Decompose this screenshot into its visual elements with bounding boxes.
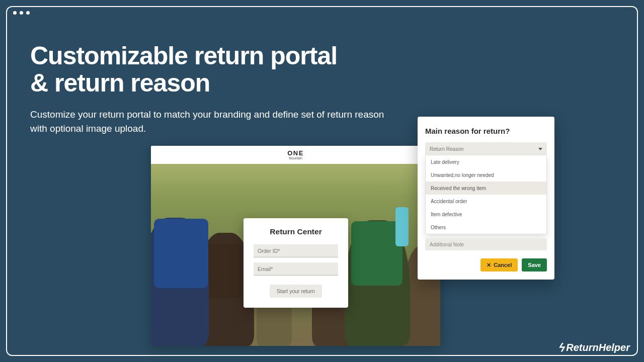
hero-title-line1: Customizable return portal [30, 42, 337, 70]
save-button[interactable]: Save [522, 258, 547, 272]
chevron-down-icon [538, 148, 542, 150]
modal-actions: ✕ Cancel Save [425, 258, 547, 272]
note-placeholder: Additional Note [430, 242, 464, 247]
reason-option[interactable]: Accidental order [426, 195, 546, 208]
reason-option[interactable]: Item defective [426, 208, 546, 221]
hero-subtitle: Customize your return portal to match yo… [30, 108, 392, 135]
portal-brand: ONE [287, 150, 304, 156]
start-return-button[interactable]: Start your return [270, 285, 322, 298]
cancel-button[interactable]: ✕ Cancel [480, 258, 518, 272]
reason-option[interactable]: Late delivery [426, 155, 546, 168]
window-dot-icon [26, 11, 30, 15]
close-icon: ✕ [487, 262, 491, 268]
portal-tagline: Mountain [289, 157, 302, 160]
window-dot-icon [13, 11, 17, 15]
portal-header: ONE Mountain [151, 146, 440, 164]
browser-titlebar [7, 7, 637, 18]
order-id-input[interactable] [254, 244, 338, 257]
hero-title: Customizable return portal & return reas… [30, 42, 337, 97]
return-center-title: Return Center [254, 227, 338, 236]
portal-hero-image: Return Center Start your return [151, 164, 440, 346]
reason-option[interactable]: Others [426, 221, 546, 234]
portal-preview: ONE Mountain Return Center Start your re… [151, 146, 440, 346]
email-input[interactable] [254, 262, 338, 276]
cancel-label: Cancel [494, 262, 512, 268]
reason-option[interactable]: Unwanted,no longer needed [426, 168, 546, 182]
window-dot-icon [20, 11, 23, 15]
return-reason-dropdown: Late delivery Unwanted,no longer needed … [425, 155, 547, 234]
modal-title: Main reason for return? [425, 127, 547, 135]
return-reason-select[interactable]: Return Reason [425, 142, 547, 155]
return-reason-modal: Main reason for return? Return Reason La… [418, 117, 554, 280]
reason-option[interactable]: Received the wrong item [426, 182, 546, 195]
logo-text: ReturnHelper [566, 342, 630, 353]
select-placeholder: Return Reason [430, 146, 463, 152]
additional-note-input[interactable]: Additional Note [425, 238, 547, 250]
returnhelper-logo: ϟ ReturnHelper [557, 341, 630, 354]
logo-mark-icon: ϟ [557, 341, 565, 354]
hero-title-line2: & return reason [30, 69, 210, 97]
return-center-card: Return Center Start your return [244, 218, 348, 308]
